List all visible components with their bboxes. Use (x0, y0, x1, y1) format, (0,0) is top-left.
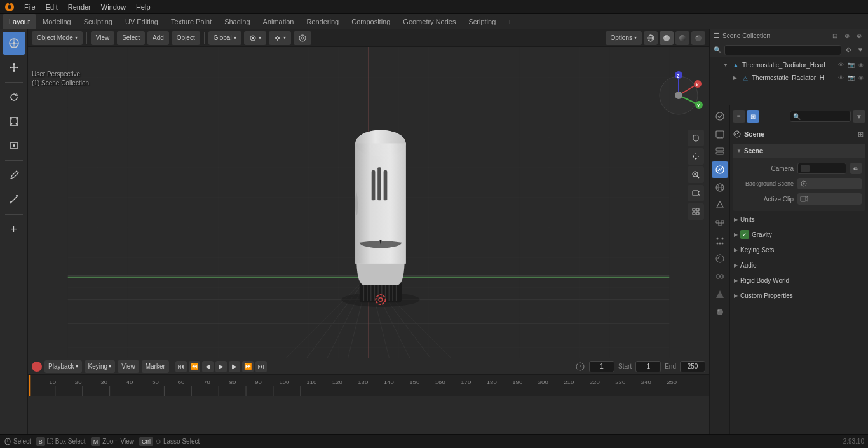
prev-keyframe-button[interactable]: ⏪ (189, 361, 200, 372)
tool-rotate[interactable] (3, 86, 25, 109)
prop-tab-scene[interactable] (712, 161, 728, 178)
lookdev-shading[interactable] (675, 31, 689, 45)
keying-menu[interactable]: Keying ▾ (85, 360, 116, 373)
menu-edit[interactable]: Edit (41, 0, 63, 14)
camera-view-icon[interactable] (688, 185, 704, 201)
select-menu-btn[interactable]: Select (117, 31, 145, 45)
prop-list-view[interactable]: ≡ (733, 110, 745, 123)
jump-end-button[interactable]: ⏭ (255, 361, 267, 372)
background-scene-value[interactable] (797, 178, 862, 189)
add-menu-btn[interactable]: Add (147, 31, 169, 45)
tab-shading[interactable]: Shading (218, 14, 256, 29)
object-mode-selector[interactable]: Object Mode ▾ (32, 31, 83, 45)
prop-tab-object[interactable] (712, 197, 728, 214)
collection-toggle-icon[interactable] (688, 203, 704, 220)
add-workspace-button[interactable]: + (503, 15, 516, 28)
scene-options-icon[interactable]: ⊞ (855, 129, 865, 139)
jump-start-button[interactable]: ⏮ (175, 361, 187, 372)
rigid-body-row[interactable]: ▶ Rigid Body World (733, 273, 865, 287)
gravity-checkbox[interactable]: ✓ (740, 230, 749, 239)
prop-tab-view-layer[interactable] (712, 144, 728, 160)
view-menu-btn[interactable]: View (91, 31, 115, 45)
start-frame-input[interactable]: 1 (635, 361, 661, 372)
tab-scripting[interactable]: Scripting (462, 14, 502, 29)
prop-tab-constraints[interactable] (712, 268, 728, 285)
record-button[interactable] (32, 362, 42, 372)
active-clip-value[interactable] (797, 193, 862, 205)
prop-tab-render[interactable] (712, 108, 728, 125)
prev-frame-button[interactable]: ◀ (202, 361, 214, 372)
outliner-search-input[interactable] (724, 45, 841, 55)
item-render-icon-2[interactable]: 📷 (846, 73, 855, 82)
outliner-restrict-icon[interactable]: ⊗ (854, 31, 864, 41)
expand-arrow-icon-2[interactable]: ▶ (731, 74, 739, 81)
object-menu-btn[interactable]: Object (172, 31, 200, 45)
custom-props-row[interactable]: ▶ Custom Properties (733, 288, 865, 302)
pan-icon[interactable] (688, 148, 704, 165)
item-view-icon[interactable]: 👁 (836, 60, 845, 69)
next-keyframe-button[interactable]: ⏩ (242, 361, 254, 372)
outliner-filter-icon[interactable]: ⊟ (830, 31, 840, 41)
transform-selector[interactable]: Global ▾ (208, 31, 241, 45)
options-menu[interactable]: Options ▾ (606, 31, 642, 45)
menu-file[interactable]: File (19, 0, 41, 14)
tab-sculpting[interactable]: Sculpting (78, 14, 119, 29)
tab-geometry-nodes[interactable]: Geometry Nodes (397, 14, 462, 29)
tool-move[interactable] (3, 56, 25, 79)
current-frame-input[interactable]: 1 (589, 361, 614, 372)
units-section-row[interactable]: ▶ Units (733, 212, 865, 226)
tab-animation[interactable]: Animation (257, 14, 301, 29)
tool-measure[interactable] (3, 188, 25, 211)
item-render-icon[interactable]: 📷 (846, 60, 855, 69)
prop-tab-material[interactable] (712, 304, 728, 320)
rendered-shading[interactable] (691, 31, 705, 45)
prop-tab-data[interactable] (712, 286, 728, 302)
list-item[interactable]: ▶ △ Thermostatic_Radiator_H 👁 📷 ◉ (710, 71, 868, 84)
menu-render[interactable]: Render (63, 0, 96, 14)
tool-scale[interactable] (3, 110, 25, 133)
proportional-edit[interactable] (294, 31, 311, 45)
gravity-section-row[interactable]: ▶ ✓ Gravity (733, 227, 865, 241)
outliner-add-icon[interactable]: ▼ (855, 45, 865, 55)
menu-window[interactable]: Window (96, 0, 131, 14)
prop-search-box[interactable]: 🔍 (790, 111, 851, 122)
audio-row[interactable]: ▶ Audio (733, 258, 865, 272)
playback-menu[interactable]: Playback ▾ (44, 360, 82, 373)
tab-uv-editing[interactable]: UV Editing (119, 14, 165, 29)
snap-toggle[interactable]: ▾ (269, 31, 291, 45)
wireframe-shading[interactable] (644, 31, 658, 45)
next-frame-button[interactable]: ▶ (229, 361, 240, 372)
list-item[interactable]: ▼ ▲ Thermostatic_Radiator_Head 👁 📷 ◉ (710, 58, 868, 71)
item-exclude-icon[interactable]: ◉ (857, 60, 865, 69)
tab-modeling[interactable]: Modeling (36, 14, 78, 29)
viewport-3d[interactable]: Object Mode ▾ View Select Add Object Glo… (28, 29, 709, 396)
prop-tab-output[interactable] (712, 126, 728, 142)
pivot-selector[interactable]: ▾ (244, 31, 266, 45)
outliner-sync-icon[interactable]: ⊕ (842, 31, 852, 41)
view-menu-timeline[interactable]: View (118, 360, 139, 373)
tab-rendering[interactable]: Rendering (300, 14, 345, 29)
prop-properties-view[interactable]: ⊞ (747, 110, 759, 123)
tool-transform[interactable] (3, 134, 25, 157)
prop-tab-particles[interactable] (712, 233, 728, 249)
camera-eyedropper-btn[interactable]: ✏ (850, 163, 862, 174)
tab-layout[interactable]: Layout (3, 14, 36, 29)
tool-annotate[interactable] (3, 164, 25, 187)
scene-section-header[interactable]: ▼ Scene (733, 144, 865, 158)
prop-options-btn[interactable]: ▼ (853, 110, 865, 123)
prop-tab-world[interactable] (712, 179, 728, 196)
prop-tab-modifier[interactable] (712, 215, 728, 231)
item-exclude-icon-2[interactable]: ◉ (857, 73, 865, 82)
tab-compositing[interactable]: Compositing (345, 14, 397, 29)
marker-menu[interactable]: Marker (142, 360, 169, 373)
zoom-icon[interactable] (688, 166, 704, 183)
tab-texture-paint[interactable]: Texture Paint (165, 14, 218, 29)
tool-cursor[interactable] (3, 32, 25, 55)
solid-shading[interactable] (660, 31, 674, 45)
grab-icon[interactable] (688, 130, 704, 146)
keying-sets-row[interactable]: ▶ Keying Sets (733, 243, 865, 257)
outliner-settings-icon[interactable]: ⚙ (843, 45, 853, 55)
play-button[interactable]: ▶ (215, 361, 227, 372)
prop-tab-physics[interactable] (712, 250, 728, 267)
end-frame-input[interactable]: 250 (680, 361, 705, 372)
